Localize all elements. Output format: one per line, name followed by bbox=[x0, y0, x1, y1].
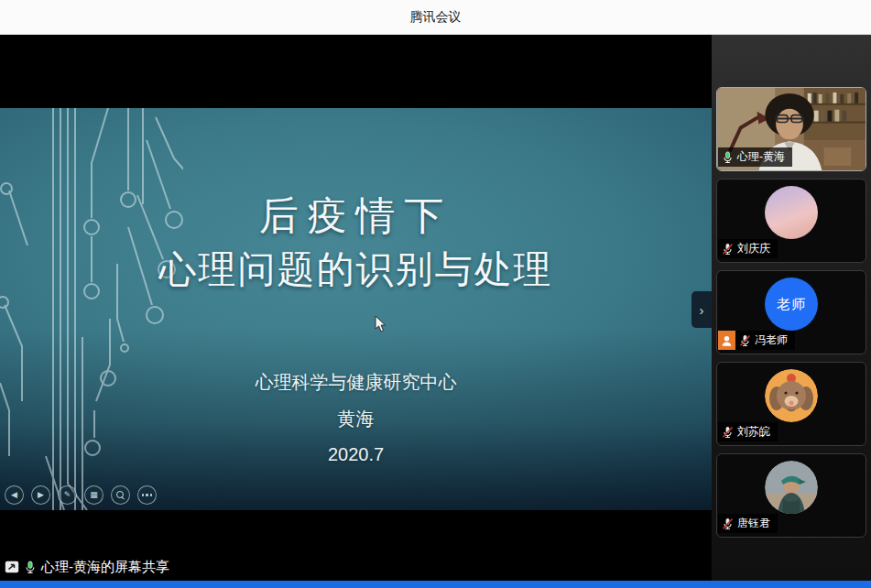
window-title: 腾讯会议 bbox=[410, 9, 462, 26]
magnifier-icon bbox=[116, 491, 125, 499]
photo-avatar-image bbox=[765, 461, 818, 514]
meeting-window: 腾讯会议 bbox=[0, 0, 871, 588]
slide-title: 后疫情下 心理问题的识别与处理 bbox=[0, 196, 712, 289]
participant-tile[interactable]: 刘庆庆 bbox=[716, 179, 866, 263]
presentation-slide: 后疫情下 心理问题的识别与处理 心理科学与健康研究中心 黄海 2020.7 ◀ … bbox=[0, 108, 712, 510]
slides-grid-icon: ▦ bbox=[90, 491, 98, 499]
taskbar-edge-strip bbox=[0, 581, 871, 588]
next-slide-icon: ▶ bbox=[38, 491, 44, 499]
participant-name: 刘苏皖 bbox=[737, 424, 770, 440]
slides-grid-button[interactable]: ▦ bbox=[84, 485, 103, 505]
screen-share-icon bbox=[5, 561, 19, 573]
prev-slide-button[interactable]: ◀ bbox=[5, 485, 24, 505]
participant-name-row: 刘庆庆 bbox=[718, 239, 778, 258]
slide-date: 2020.7 bbox=[0, 444, 712, 465]
shared-screen-area: 后疫情下 心理问题的识别与处理 心理科学与健康研究中心 黄海 2020.7 ◀ … bbox=[0, 35, 712, 581]
host-person-icon bbox=[721, 334, 733, 347]
slideshow-toolbar: ◀ ▶ ✎ ▦ bbox=[5, 485, 157, 505]
participant-tile[interactable]: 老师 bbox=[716, 270, 866, 354]
pen-icon: ✎ bbox=[64, 491, 71, 499]
mic-on-icon bbox=[722, 151, 734, 164]
window-title-bar: 腾讯会议 bbox=[0, 0, 871, 35]
slide-title-line2: 心理问题的识别与处理 bbox=[0, 251, 712, 289]
puppy-avatar-image bbox=[765, 369, 818, 422]
sidebar-collapse-tab[interactable]: › bbox=[691, 291, 712, 328]
participant-name: 唐钰君 bbox=[737, 516, 770, 531]
mic-muted-icon bbox=[722, 517, 734, 530]
main-area: 后疫情下 心理问题的识别与处理 心理科学与健康研究中心 黄海 2020.7 ◀ … bbox=[0, 35, 871, 581]
participants-sidebar: 心理-黄海 刘庆庆 bbox=[712, 35, 871, 581]
share-status-bar: 心理-黄海的屏幕共享 bbox=[5, 556, 169, 578]
chevron-right-icon: › bbox=[700, 302, 704, 318]
mic-muted-icon bbox=[722, 243, 734, 256]
participant-name: 冯老师 bbox=[755, 332, 788, 348]
mic-muted-icon bbox=[739, 334, 751, 347]
participant-name-row: 冯老师 bbox=[718, 331, 795, 350]
slide-subtitle: 心理科学与健康研究中心 黄海 2020.7 bbox=[0, 370, 712, 465]
avatar: 老师 bbox=[765, 278, 818, 331]
participant-tile[interactable]: 唐钰君 bbox=[716, 453, 866, 538]
participant-name-row: 刘苏皖 bbox=[718, 422, 778, 441]
participant-name: 心理-黄海 bbox=[737, 149, 785, 165]
share-status-text: 心理-黄海的屏幕共享 bbox=[41, 559, 169, 576]
next-slide-button[interactable]: ▶ bbox=[31, 485, 50, 505]
participant-tile[interactable]: 刘苏皖 bbox=[716, 362, 866, 446]
prev-slide-icon: ◀ bbox=[11, 491, 17, 499]
avatar bbox=[765, 369, 818, 422]
host-badge bbox=[718, 331, 735, 350]
avatar bbox=[765, 461, 818, 514]
more-options-icon bbox=[142, 494, 152, 495]
slide-title-line1: 后疫情下 bbox=[0, 196, 712, 235]
participant-tile[interactable]: 心理-黄海 bbox=[716, 87, 866, 171]
participant-name: 刘庆庆 bbox=[737, 241, 770, 256]
participant-name-row: 心理-黄海 bbox=[718, 147, 792, 167]
slide-presenter: 黄海 bbox=[0, 407, 712, 431]
mouse-cursor bbox=[375, 315, 387, 333]
zoom-button[interactable] bbox=[111, 485, 130, 505]
participant-name-row: 唐钰君 bbox=[718, 514, 778, 533]
avatar-text: 老师 bbox=[777, 296, 806, 313]
avatar bbox=[765, 186, 818, 239]
slide-org: 心理科学与健康研究中心 bbox=[0, 370, 712, 395]
mic-on-icon bbox=[24, 561, 37, 574]
pen-button[interactable]: ✎ bbox=[58, 485, 77, 505]
more-options-button[interactable] bbox=[137, 485, 157, 505]
mic-muted-icon bbox=[722, 426, 734, 439]
